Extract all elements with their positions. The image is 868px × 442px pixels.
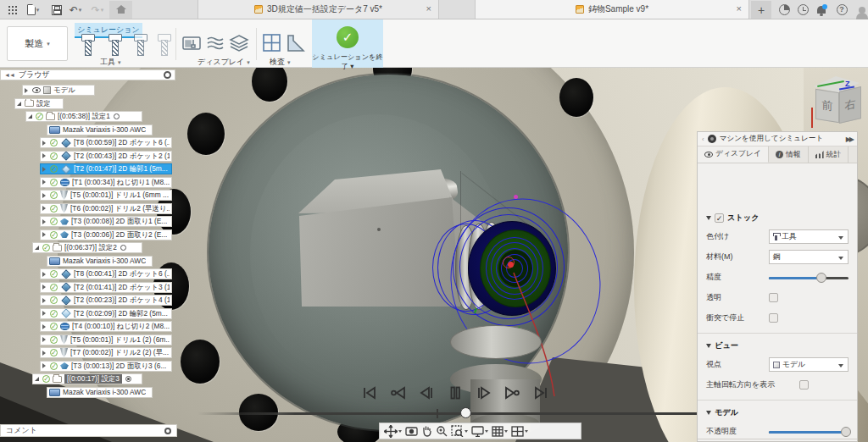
- browser-tree-row[interactable]: [T3 (0:00:06)] 2D 面取り2 (E...: [40, 229, 172, 240]
- browser-tree-row[interactable]: Mazak Variaxis i-300 AWC: [47, 387, 153, 398]
- workspace-selector-button[interactable]: 製造▾: [7, 26, 68, 61]
- new-tab-icon[interactable]: +: [751, 1, 771, 19]
- look-at-icon[interactable]: [405, 426, 418, 437]
- browser-tree-row[interactable]: [T7 (0:00:02)] ドリル2 (2) (早...: [40, 347, 172, 358]
- stock-display-icon[interactable]: [229, 33, 249, 57]
- grid-settings-icon[interactable]: [492, 426, 508, 437]
- view-cube[interactable]: 前 右 Z: [805, 72, 868, 131]
- browser-tree-row[interactable]: [T5 (0:00:01)] ドリル1 (6mm ...: [40, 190, 172, 201]
- help-icon[interactable]: ?: [834, 3, 849, 17]
- tool-cutter-icon[interactable]: [134, 34, 146, 56]
- pause-button[interactable]: [445, 383, 465, 403]
- expand-arrow-icon[interactable]: [42, 232, 50, 237]
- viewpoint-dropdown[interactable]: モデル: [769, 357, 849, 372]
- transparent-checkbox[interactable]: [769, 293, 778, 302]
- browser-tree-row[interactable]: [(0:00:17)] 設定3: [32, 373, 142, 384]
- display-group-label[interactable]: ディスプレイ▾: [198, 57, 250, 68]
- collapse-panel-icon[interactable]: ◄◄: [4, 72, 14, 78]
- expand-arrow-icon[interactable]: [42, 363, 50, 368]
- profile-avatar-icon[interactable]: [854, 3, 868, 17]
- viewports-icon[interactable]: [511, 426, 528, 437]
- browser-tree-row[interactable]: [(0:05:38)] 設定1: [25, 111, 142, 122]
- redo-icon[interactable]: ↷▾: [90, 3, 105, 17]
- job-status-icon[interactable]: [776, 3, 792, 17]
- active-setup-radio-icon[interactable]: [114, 113, 120, 119]
- browser-tree-row[interactable]: [T1 (0:00:34)] ねじ切り1 (M8...: [40, 177, 172, 188]
- browser-tree-row[interactable]: [T2 (0:01:41)] 2D ポケット3 (1...: [40, 282, 172, 293]
- browser-tree-row[interactable]: [T6 (0:00:02)] ドリル2 (早送り...: [40, 203, 172, 214]
- tab-info[interactable]: i情報: [769, 146, 809, 163]
- view-cube-front-face[interactable]: 前: [815, 89, 839, 123]
- home-view-icon[interactable]: [109, 1, 132, 19]
- spindle-direction-checkbox[interactable]: [799, 380, 809, 390]
- active-setup-radio-icon[interactable]: [120, 245, 126, 251]
- browser-tree-row[interactable]: Mazak Variaxis i-300 AWC: [47, 256, 153, 267]
- end-simulation-button[interactable]: ✓ シミュレーションを終了 ▾: [312, 19, 383, 68]
- stock-checkbox[interactable]: [715, 213, 724, 223]
- opacity-slider-handle[interactable]: [841, 427, 851, 437]
- view-cube-right-face[interactable]: 右: [839, 86, 861, 124]
- active-setup-radio-icon[interactable]: [125, 376, 131, 382]
- tool-cutter-icon[interactable]: [108, 34, 120, 56]
- accuracy-slider-handle[interactable]: [816, 273, 826, 283]
- expand-arrow-icon[interactable]: [42, 324, 50, 329]
- expand-arrow-icon[interactable]: [42, 193, 50, 198]
- app-grid-icon[interactable]: [5, 3, 20, 17]
- browser-tree-row[interactable]: 設定: [14, 98, 64, 109]
- panel-collapse-icon[interactable]: ‹: [702, 135, 704, 143]
- browser-tree-row[interactable]: [T5 (0:00:01)] ドリル1 (2) (6m...: [40, 334, 172, 345]
- pan-icon[interactable]: [421, 425, 432, 437]
- browser-tree-row[interactable]: モデル: [22, 85, 95, 96]
- inspect-group-label[interactable]: 検査▾: [270, 57, 291, 68]
- tool-cutter-icon[interactable]: [158, 34, 170, 56]
- expand-arrow-icon[interactable]: [42, 311, 50, 316]
- stock-section-header[interactable]: ストック: [706, 213, 849, 224]
- display-settings-icon[interactable]: [471, 426, 488, 437]
- browser-tree-row[interactable]: [T3 (0:00:13)] 2D 面取り3 (6...: [40, 361, 172, 372]
- expand-arrow-icon[interactable]: [42, 337, 50, 342]
- save-icon[interactable]: [49, 3, 64, 17]
- skip-to-end-button[interactable]: [531, 383, 551, 403]
- document-tab-1[interactable]: 3D規定値一括設定データ7 v5* ×: [198, 0, 439, 19]
- expand-arrow-icon[interactable]: [42, 272, 50, 277]
- browser-tree-row[interactable]: Mazak Variaxis i-300 AWC: [47, 124, 153, 135]
- notifications-bell-icon[interactable]: [814, 3, 829, 17]
- previous-operation-button[interactable]: [388, 383, 409, 403]
- comments-bar[interactable]: コメント: [0, 424, 177, 437]
- material-dropdown[interactable]: 鋼: [769, 250, 849, 264]
- timeline-scrub-handle[interactable]: [460, 407, 471, 418]
- visibility-eye-icon[interactable]: [32, 87, 41, 93]
- expand-arrow-icon[interactable]: [42, 298, 50, 303]
- fit-icon[interactable]: [451, 425, 468, 437]
- opacity-slider[interactable]: [769, 426, 849, 437]
- step-back-button[interactable]: [416, 383, 437, 403]
- skip-to-start-button[interactable]: [359, 383, 380, 403]
- browser-tree-row[interactable]: [T8 (0:00:59)] 2D ポケット6 (...: [40, 137, 172, 148]
- expand-arrow-icon[interactable]: [25, 88, 32, 93]
- view-section-header[interactable]: ビュー: [706, 340, 849, 351]
- simulate-dialog-header[interactable]: ‹ マシンを使用してシミュレート ▶▶: [698, 132, 857, 146]
- document-tab-2[interactable]: 鋳物Sample v9* ×: [475, 0, 749, 19]
- expand-arrow-icon[interactable]: [42, 153, 50, 158]
- history-clock-icon[interactable]: [795, 3, 810, 17]
- step-forward-button[interactable]: [474, 383, 494, 403]
- expand-arrow-icon[interactable]: [42, 180, 50, 185]
- undock-panel-icon[interactable]: ▶▶: [846, 135, 853, 143]
- inspect-slope-icon[interactable]: [285, 32, 307, 58]
- browser-tree-row[interactable]: [(0:06:37)] 設定2: [32, 242, 142, 253]
- expand-arrow-icon[interactable]: [28, 114, 36, 119]
- expand-arrow-icon[interactable]: [35, 377, 42, 381]
- file-menu-icon[interactable]: ▾: [25, 3, 41, 17]
- browser-tree-row[interactable]: [T4 (0:00:10)] ねじ切り2 (M8...: [40, 321, 172, 332]
- expand-arrow-icon[interactable]: [42, 141, 50, 146]
- close-tab-icon[interactable]: ×: [737, 4, 742, 14]
- coloring-dropdown[interactable]: 工具: [769, 229, 849, 244]
- tab-display[interactable]: ディスプレイ: [698, 146, 769, 163]
- model-section-header[interactable]: モデル: [706, 407, 849, 418]
- browser-tree-row[interactable]: [T2 (0:01:47)] 2D 輪郭1 (5m...: [40, 163, 172, 174]
- browser-tree-row[interactable]: [T2 (0:02:09)] 2D 輪郭2 (5m...: [40, 308, 172, 319]
- panel-options-icon[interactable]: [164, 71, 171, 79]
- orbit-icon[interactable]: [384, 425, 402, 438]
- expand-arrow-icon[interactable]: [42, 219, 50, 224]
- expand-arrow-icon[interactable]: [42, 206, 50, 211]
